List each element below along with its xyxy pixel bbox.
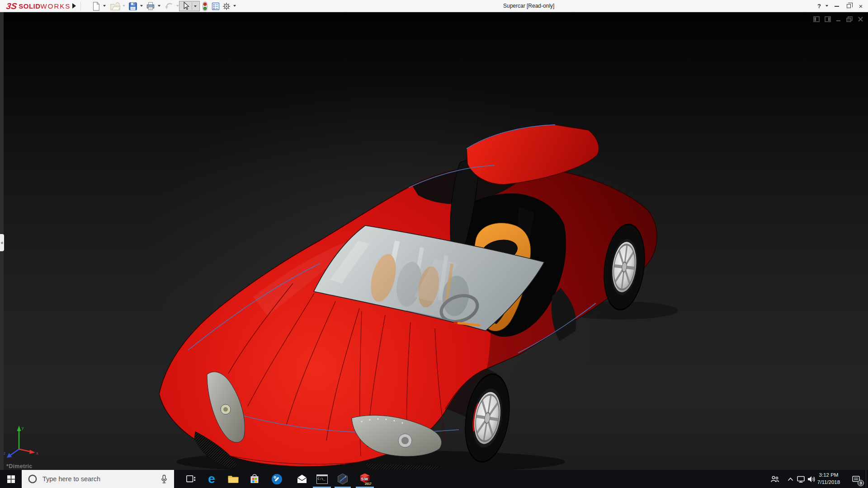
featuremanager-flyout-tab[interactable] (0, 234, 4, 251)
triad-y-label: y (22, 426, 24, 430)
toolbar-separator (80, 2, 81, 10)
close-icon: × (859, 0, 863, 12)
open-dropdown[interactable] (123, 5, 125, 7)
supercar-3d-model[interactable] (0, 12, 868, 470)
wrench-circle-icon (271, 474, 283, 485)
select-cursor-icon (181, 1, 191, 11)
people-button[interactable] (768, 470, 782, 488)
doc-close-icon[interactable] (858, 16, 863, 22)
save-floppy-icon (128, 1, 138, 11)
print-icon (145, 1, 156, 11)
minimize-icon (835, 6, 839, 7)
graphics-viewport[interactable]: y x z *Dimetric (0, 12, 868, 470)
chevron-up-icon (788, 477, 793, 481)
notification-badge: 3 (858, 480, 864, 486)
select-divider (192, 2, 192, 10)
solidworks-logo: 3S SOLIDWORKS (6, 0, 71, 12)
mail-button[interactable] (292, 470, 312, 488)
save-button[interactable] (127, 1, 138, 11)
close-button[interactable]: × (855, 0, 866, 12)
orientation-triad[interactable]: y x z (3, 423, 41, 459)
undo-icon (164, 1, 175, 11)
cortana-icon (28, 474, 38, 484)
triad-x-label: x (36, 451, 38, 455)
rebuild-traffic-light-icon (202, 1, 208, 11)
select-dropdown[interactable] (194, 5, 197, 7)
document-window-controls (813, 16, 863, 22)
windows-taskbar: e C:\_ (0, 470, 868, 488)
help-dropdown[interactable] (826, 5, 828, 7)
save-dropdown[interactable] (140, 5, 143, 7)
select-tool-button[interactable] (179, 1, 200, 11)
edge-icon: e (208, 473, 215, 485)
brand-works: WORKS (41, 2, 71, 10)
titlebar: 3S SOLIDWORKS (0, 0, 868, 12)
microphone-icon[interactable] (160, 474, 168, 484)
action-center-button[interactable]: 3 (846, 470, 865, 488)
command-prompt-icon: C:\_ (316, 474, 328, 484)
help-button[interactable]: ? (815, 0, 824, 12)
file-properties-icon (211, 2, 220, 11)
help-tips-button[interactable] (266, 470, 287, 488)
options-button[interactable] (222, 1, 231, 11)
hexagon-3d-app-button[interactable] (332, 470, 353, 488)
open-button[interactable] (110, 1, 121, 11)
doc-minimize-icon[interactable] (836, 17, 841, 22)
task-view-icon (186, 474, 196, 483)
command-prompt-button[interactable]: C:\_ (311, 470, 332, 488)
undo-button[interactable] (164, 1, 175, 11)
clock-time: 3:12 PM (819, 472, 839, 479)
ds-logo-mark: 3S (5, 0, 18, 12)
flyout-tab-dot (1, 242, 3, 244)
mail-icon (297, 474, 307, 484)
show-desktop-button[interactable] (866, 470, 868, 488)
taskbar-clock[interactable]: 3:12 PM 7/11/2018 (814, 470, 844, 488)
options-dropdown[interactable] (233, 5, 236, 7)
search-input[interactable] (42, 475, 160, 483)
help-icon: ? (817, 3, 821, 9)
minimize-button[interactable] (832, 0, 842, 12)
restore-icon (847, 4, 851, 8)
taskbar-search[interactable] (22, 470, 174, 488)
brand-solid: SOLID (19, 2, 40, 10)
windows-logo-icon (7, 475, 15, 483)
solidworks-app-button[interactable]: SW 2017 (354, 470, 375, 488)
store-icon (249, 474, 260, 484)
print-dropdown[interactable] (158, 5, 160, 7)
view-orientation-label: *Dimetric (6, 463, 33, 469)
people-icon (770, 475, 779, 483)
file-explorer-button[interactable] (223, 470, 244, 488)
edge-button[interactable]: e (201, 470, 222, 488)
rebuild-button[interactable] (201, 1, 209, 11)
hexagon-3d-app-icon (337, 473, 349, 485)
triad-z-label: z (4, 451, 6, 455)
network-ethernet-icon (797, 475, 805, 483)
new-document-button[interactable] (90, 1, 101, 11)
task-view-button[interactable] (180, 470, 201, 488)
toolbar-flyout-arrow-icon[interactable] (72, 3, 76, 9)
file-explorer-icon (227, 474, 239, 484)
print-button[interactable] (145, 1, 156, 11)
options-gear-icon (222, 2, 231, 11)
new-document-icon (91, 1, 101, 11)
pane-right-icon[interactable] (825, 16, 831, 22)
restore-button[interactable] (844, 0, 854, 12)
clock-date: 7/11/2018 (817, 479, 840, 486)
store-button[interactable] (244, 470, 265, 488)
new-document-dropdown[interactable] (103, 5, 106, 7)
start-button[interactable] (0, 470, 22, 488)
solidworks-2017-icon: SW 2017 (359, 473, 371, 485)
file-properties-button[interactable] (211, 1, 221, 11)
window-title: Supercar [Read-only] (503, 0, 554, 12)
doc-restore-icon[interactable] (846, 16, 853, 22)
pane-left-icon[interactable] (813, 16, 820, 22)
open-folder-icon (110, 1, 121, 11)
